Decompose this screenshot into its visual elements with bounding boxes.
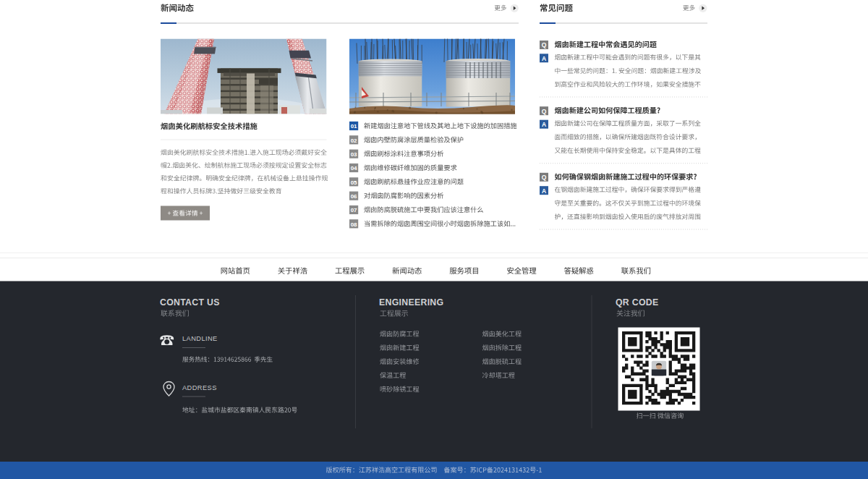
- svg-text:A: A: [542, 121, 546, 128]
- svg-text:A: A: [542, 187, 546, 195]
- svg-text:04: 04: [351, 165, 357, 171]
- svg-text:08: 08: [351, 221, 357, 228]
- svg-text:Q: Q: [542, 108, 547, 115]
- svg-text:A: A: [542, 55, 546, 62]
- svg-text:Q: Q: [542, 41, 547, 48]
- svg-text:05: 05: [351, 179, 357, 186]
- svg-text:Q: Q: [542, 174, 547, 181]
- svg-text:02: 02: [351, 137, 357, 144]
- svg-text:ENGINEERING: ENGINEERING: [379, 297, 443, 308]
- svg-text:06: 06: [351, 193, 357, 200]
- svg-text:07: 07: [351, 207, 357, 213]
- svg-text:QR CODE: QR CODE: [616, 297, 659, 308]
- svg-text:03: 03: [351, 151, 357, 158]
- svg-text:ADDRESS: ADDRESS: [182, 384, 217, 391]
- svg-text:CONTACT US: CONTACT US: [160, 297, 220, 308]
- svg-text:01: 01: [351, 123, 357, 130]
- svg-text:LANDLINE: LANDLINE: [182, 335, 218, 342]
